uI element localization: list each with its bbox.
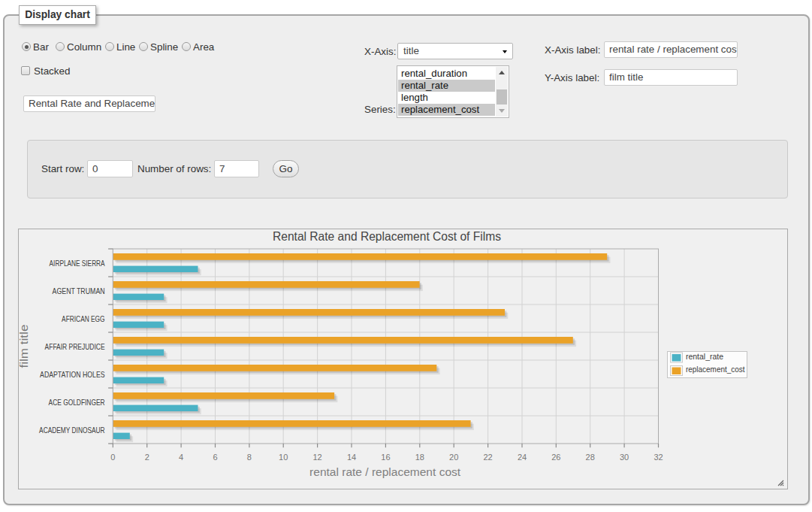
svg-text:12: 12 xyxy=(312,453,321,462)
svg-text:AGENT TRUMAN: AGENT TRUMAN xyxy=(53,287,105,295)
svg-text:6: 6 xyxy=(213,453,217,462)
svg-text:0: 0 xyxy=(110,453,115,462)
svg-text:ADAPTATION HOLES: ADAPTATION HOLES xyxy=(40,371,105,379)
svg-text:32: 32 xyxy=(654,453,663,462)
svg-text:22: 22 xyxy=(483,453,492,462)
svg-text:30: 30 xyxy=(620,453,629,462)
svg-text:20: 20 xyxy=(449,453,458,462)
svg-text:rental_rate: rental_rate xyxy=(686,352,723,361)
svg-text:Rental Rate and Replacement Co: Rental Rate and Replacement Cost of Film… xyxy=(273,229,501,243)
svg-text:10: 10 xyxy=(279,453,288,462)
svg-text:replacement_cost: replacement_cost xyxy=(686,365,745,374)
svg-text:18: 18 xyxy=(415,453,424,462)
svg-text:26: 26 xyxy=(551,453,560,462)
svg-text:2: 2 xyxy=(145,453,149,462)
svg-text:8: 8 xyxy=(247,453,252,462)
svg-text:AIRPLANE SIERRA: AIRPLANE SIERRA xyxy=(50,259,105,268)
svg-text:AFRICAN EGG: AFRICAN EGG xyxy=(62,315,105,323)
svg-text:28: 28 xyxy=(586,453,595,462)
svg-text:ACADEMY DINOSAUR: ACADEMY DINOSAUR xyxy=(39,426,105,435)
svg-text:4: 4 xyxy=(179,453,183,462)
svg-text:14: 14 xyxy=(347,453,356,462)
svg-text:24: 24 xyxy=(518,453,527,462)
svg-text:AFFAIR PREJUDICE: AFFAIR PREJUDICE xyxy=(45,343,105,351)
svg-text:ACE GOLDFINGER: ACE GOLDFINGER xyxy=(49,398,105,407)
svg-text:film title: film title xyxy=(19,324,31,368)
svg-text:rental rate / replacement cost: rental rate / replacement cost xyxy=(309,466,460,478)
svg-text:16: 16 xyxy=(381,453,390,462)
